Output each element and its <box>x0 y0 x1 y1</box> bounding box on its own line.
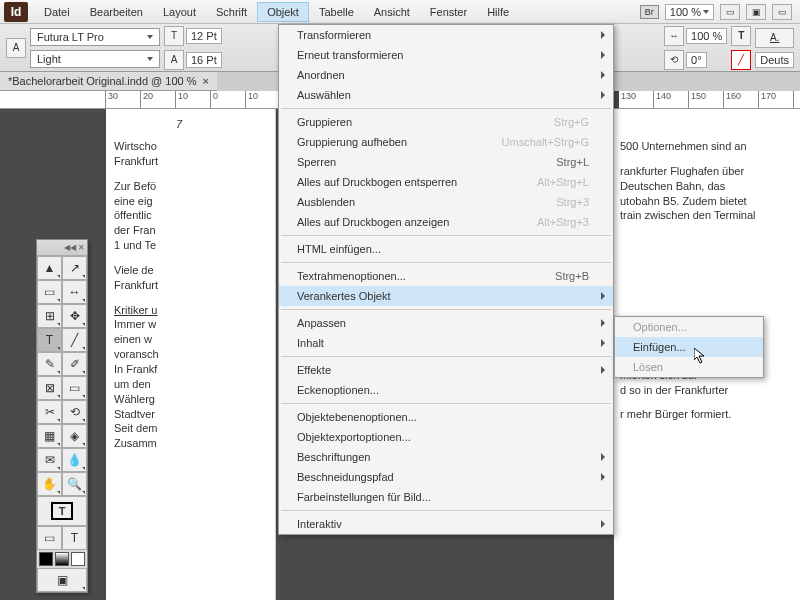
gradient-feather-icon[interactable]: ◈ <box>62 424 87 448</box>
content-icon[interactable]: ⊞ <box>37 304 62 328</box>
rotate-icon: ⟲ <box>664 50 684 70</box>
view-mode-icon[interactable]: ▣ <box>37 568 87 592</box>
type-icon[interactable]: T <box>37 328 62 352</box>
scale-x-field[interactable]: 100 % <box>686 28 727 44</box>
stroke-icon[interactable]: ╱ <box>731 50 751 70</box>
gradient-swatch-icon[interactable]: ▦ <box>37 424 62 448</box>
leading-field[interactable]: 16 Pt <box>186 52 222 68</box>
menu-tabelle[interactable]: Tabelle <box>309 2 364 22</box>
bridge-icon[interactable]: Br <box>640 5 659 19</box>
menu-item-gruppieren: GruppierenStrg+G <box>279 112 613 132</box>
menu-hilfe[interactable]: Hilfe <box>477 2 519 22</box>
menu-objekt[interactable]: Objekt <box>257 2 309 22</box>
menu-item-alles-auf-druckbogen-anzeigen: Alles auf Druckbogen anzeigenAlt+Strg+3 <box>279 212 613 232</box>
language-field[interactable]: Deuts <box>755 52 794 68</box>
verankertes-objekt-submenu: Optionen...Einfügen...Lösen <box>614 316 764 378</box>
screen-mode-icon[interactable]: ▣ <box>746 4 766 20</box>
menu-item-farbeinstellungen-f-r-bild-: Farbeinstellungen für Bild... <box>279 487 613 507</box>
apply-color-icon[interactable] <box>39 552 53 566</box>
menu-item-beschneidungspfad[interactable]: Beschneidungspfad <box>279 467 613 487</box>
document-tab[interactable]: *Bachelorarbeit Original.indd @ 100 %× <box>0 72 217 91</box>
objekt-menu-dropdown: TransformierenErneut transformierenAnord… <box>278 24 614 535</box>
submenu-item-optionen-: Optionen... <box>615 317 763 337</box>
menu-layout[interactable]: Layout <box>153 2 206 22</box>
arrange-icon[interactable]: ▭ <box>772 4 792 20</box>
page-icon[interactable]: ▭ <box>37 280 62 304</box>
menu-item-ausblenden: AusblendenStrg+3 <box>279 192 613 212</box>
scissors-icon[interactable]: ✂ <box>37 400 62 424</box>
scale-x-icon: ↔ <box>664 26 684 46</box>
view-options-icon[interactable]: ▭ <box>720 4 740 20</box>
document-page-left[interactable]: 7 WirtschoFrankfurt Zur Beföeine eigöffe… <box>106 109 276 600</box>
format-container-icon[interactable]: T <box>62 526 87 550</box>
rotate-field[interactable]: 0° <box>686 52 707 68</box>
menu-item-inhalt[interactable]: Inhalt <box>279 333 613 353</box>
zoom-level[interactable]: 100 % <box>665 4 714 20</box>
menu-item-verankertes-objekt[interactable]: Verankertes Objekt <box>279 286 613 306</box>
menu-item-eckenoptionen-: Eckenoptionen... <box>279 380 613 400</box>
menu-item-sperren[interactable]: SperrenStrg+L <box>279 152 613 172</box>
menu-schrift[interactable]: Schrift <box>206 2 257 22</box>
font-size-field[interactable]: 12 Pt <box>186 28 222 44</box>
menu-item-interaktiv[interactable]: Interaktiv <box>279 514 613 534</box>
rect-frame-icon[interactable]: ⊠ <box>37 376 62 400</box>
transform-icon[interactable]: ⟲ <box>62 400 87 424</box>
selection-icon[interactable]: ▲ <box>37 256 62 280</box>
pen-icon[interactable]: ✎ <box>37 352 62 376</box>
para-format-icon[interactable]: A. <box>755 28 794 48</box>
eyedropper-icon[interactable]: 💧 <box>62 448 87 472</box>
format-text-icon[interactable]: ▭ <box>37 526 62 550</box>
apply-none-icon[interactable] <box>71 552 85 566</box>
menu-item-beschriftungen[interactable]: Beschriftungen <box>279 447 613 467</box>
menu-item-alles-auf-druckbogen-entsperren: Alles auf Druckbogen entsperrenAlt+Strg+… <box>279 172 613 192</box>
gap-icon[interactable]: ↔ <box>62 280 87 304</box>
menu-item-erneut-transformieren[interactable]: Erneut transformieren <box>279 45 613 65</box>
menu-item-anpassen[interactable]: Anpassen <box>279 313 613 333</box>
rect-icon[interactable]: ▭ <box>62 376 87 400</box>
app-logo: Id <box>4 2 28 22</box>
fill-stroke-icon[interactable]: T <box>37 496 87 526</box>
menubar: Id DateiBearbeitenLayoutSchriftObjektTab… <box>0 0 800 24</box>
submenu-item-einf-gen-[interactable]: Einfügen... <box>615 337 763 357</box>
menu-item-html-einf-gen-: HTML einfügen... <box>279 239 613 259</box>
apply-gradient-icon[interactable] <box>55 552 69 566</box>
menu-item-objektebenenoptionen-: Objektebenenoptionen... <box>279 407 613 427</box>
char-color-icon[interactable]: T <box>731 26 751 46</box>
zoom-icon[interactable]: 🔍 <box>62 472 87 496</box>
menu-item-gruppierung-aufheben: Gruppierung aufhebenUmschalt+Strg+G <box>279 132 613 152</box>
content-place-icon[interactable]: ✥ <box>62 304 87 328</box>
line-icon[interactable]: ╱ <box>62 328 87 352</box>
tools-panel: ◀◀ ✕ ▲↗▭↔⊞✥T╱✎✐⊠▭✂⟲▦◈✉💧✋🔍 T ▭T ▣ <box>36 239 88 593</box>
font-style-select[interactable]: Light <box>30 50 160 68</box>
pencil-icon[interactable]: ✐ <box>62 352 87 376</box>
page-number: 7 <box>176 117 182 132</box>
panel-header[interactable]: ◀◀ ✕ <box>37 240 87 256</box>
hand-icon[interactable]: ✋ <box>37 472 62 496</box>
note-icon[interactable]: ✉ <box>37 448 62 472</box>
menu-bearbeiten[interactable]: Bearbeiten <box>80 2 153 22</box>
direct-selection-icon[interactable]: ↗ <box>62 256 87 280</box>
font-family-select[interactable]: Futura LT Pro <box>30 28 160 46</box>
menu-item-anordnen[interactable]: Anordnen <box>279 65 613 85</box>
submenu-item-l-sen: Lösen <box>615 357 763 377</box>
menu-fenster[interactable]: Fenster <box>420 2 477 22</box>
menu-ansicht[interactable]: Ansicht <box>364 2 420 22</box>
font-size-icon: T <box>164 26 184 46</box>
menu-item-objektexportoptionen-[interactable]: Objektexportoptionen... <box>279 427 613 447</box>
menu-item-effekte[interactable]: Effekte <box>279 360 613 380</box>
char-format-icon[interactable]: A <box>6 38 26 58</box>
close-tab-icon[interactable]: × <box>203 75 209 87</box>
menu-item-textrahmenoptionen-[interactable]: Textrahmenoptionen...Strg+B <box>279 266 613 286</box>
leading-icon: A <box>164 50 184 70</box>
menu-datei[interactable]: Datei <box>34 2 80 22</box>
menu-item-ausw-hlen[interactable]: Auswählen <box>279 85 613 105</box>
menu-item-transformieren[interactable]: Transformieren <box>279 25 613 45</box>
